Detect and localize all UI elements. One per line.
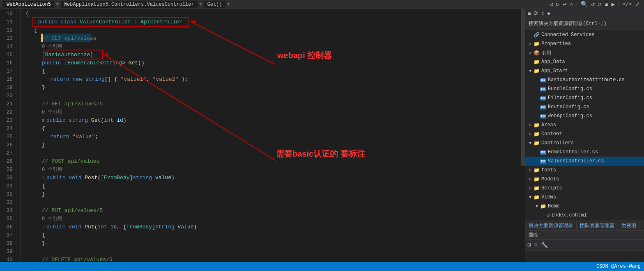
se-item-label: Index.cshtml [551, 212, 586, 218]
se-item-values-controller[interactable]: C#ValuesController.cs [525, 157, 644, 166]
se-item-label: App_Data [541, 59, 565, 65]
file-icon: C# [540, 77, 546, 83]
se-item-label: ValuesController.cs [548, 158, 604, 164]
file-icon: 📁 [534, 41, 540, 47]
code-line: ⊟public class ValuesController : ApiCont… [25, 18, 525, 26]
se-item-controllers[interactable]: ▼📁Controllers [525, 139, 644, 148]
code-lines[interactable]: {⊟public class ValuesController : ApiCon… [21, 9, 525, 271]
tb-play-icon[interactable]: ▶ [611, 0, 616, 9]
code-line: } [25, 190, 525, 198]
expand-icon[interactable]: ▼ [527, 69, 534, 73]
mini-scrollbar[interactable] [521, 9, 525, 271]
code-line: { [25, 125, 525, 133]
props-header: 属性 [525, 231, 644, 240]
se-item-label: WebApiConfig.cs [548, 113, 592, 119]
se-item-scripts[interactable]: ▷📁Scripts [525, 184, 644, 193]
se-item-label: RouteConfig.cs [548, 104, 589, 110]
file-icon: 📁 [534, 140, 540, 146]
tb-search-icon[interactable]: 🔍 [580, 0, 589, 9]
solution-explorer: ⊞ ⟳ ↕ ◈ 搜索解决方案资源管理器(Ctrl+;) 🔗Connected S… [525, 9, 644, 230]
breadcrumb-separator: ▼ [199, 1, 202, 7]
se-icon4[interactable]: ◈ [546, 9, 551, 18]
se-item-bundle-config[interactable]: C#BundleConfig.cs [525, 84, 644, 93]
se-bottom-tab[interactable]: 解决方案资源管理器 [525, 221, 577, 230]
ref-count-line: 0 个引用 [25, 215, 525, 223]
tb-forward-icon[interactable]: ▷ [555, 0, 560, 9]
file-icon: C# [540, 113, 546, 119]
code-line: // GET api/values/5 [25, 100, 525, 108]
se-bottom-tab[interactable]: 类视图 [618, 221, 640, 230]
expand-icon[interactable]: ▷ [527, 50, 534, 55]
title-separator: ▼ [56, 1, 59, 7]
se-icon2[interactable]: ⟳ [533, 9, 539, 18]
tb-refresh-icon[interactable]: ↺ [590, 0, 595, 9]
expand-icon[interactable]: ▼ [534, 204, 540, 209]
code-line: return "value"; [25, 133, 525, 141]
tb-undo-icon[interactable]: ↩ [562, 0, 567, 9]
collapse-toggle[interactable]: ⊟ [42, 118, 45, 123]
se-icon1[interactable]: ⊞ [527, 9, 532, 18]
se-search-bar[interactable]: 搜索解决方案资源管理器(Ctrl+;) [525, 18, 644, 30]
se-item-webapi-config[interactable]: C#WebApiConfig.cs [525, 112, 644, 121]
se-item-label: 引用 [541, 50, 551, 57]
se-item-route-config[interactable]: C#RouteConfig.cs [525, 102, 644, 112]
code-line: public IEnumerable<string> Get() [25, 59, 525, 67]
se-item-views[interactable]: ▼📁Views [525, 193, 644, 202]
se-item-home[interactable]: ▼📁Home [525, 202, 644, 211]
se-item-fonts[interactable]: ▷📁fonts [525, 166, 644, 175]
se-item-content[interactable]: ▷📁Content [525, 130, 644, 139]
se-item-label: Views [541, 194, 556, 200]
se-item-index-cshtml[interactable]: ◇Index.cshtml [525, 211, 644, 220]
expand-icon[interactable]: ▷ [527, 41, 534, 46]
se-item-properties[interactable]: ▷📁Properties [525, 39, 644, 48]
expand-icon[interactable]: ▷ [527, 168, 534, 173]
tb-connect-icon[interactable]: ⇄ [597, 0, 602, 9]
app-title[interactable]: WebApplication5 [3, 1, 54, 8]
code-line: // POST api/values [25, 157, 525, 166]
se-item-areas[interactable]: ▷📁Areas [525, 121, 644, 130]
props-toolbar: ⊞ ≡ 🔧 [525, 240, 644, 251]
tb-home-icon[interactable]: ⌂ [569, 0, 574, 9]
tb-expand-icon[interactable]: ⤢ [634, 0, 641, 9]
se-item-label: Scripts [541, 185, 562, 191]
file-icon: 📁 [540, 203, 546, 210]
file-icon: 🔗 [534, 32, 540, 38]
se-bottom-tab[interactable]: 团队资源管理器 [577, 221, 618, 230]
tb-back-icon[interactable]: ◁ [549, 0, 554, 9]
tb-code-icon[interactable]: </> [622, 1, 632, 8]
file-icon: C# [540, 158, 546, 164]
collapse-toggle[interactable]: ⊟ [42, 175, 45, 180]
expand-icon[interactable]: ▼ [527, 141, 534, 146]
code-editor[interactable]: 1011121314151617181920212223242526272829… [0, 9, 525, 271]
expand-icon[interactable]: ▷ [527, 132, 534, 137]
se-item-connected-services[interactable]: 🔗Connected Services [525, 30, 644, 39]
se-item-basic-authorize[interactable]: C#BasicAuthorizeAttribute.cs [525, 75, 644, 84]
se-item-label: Models [541, 176, 559, 182]
breadcrumb-method[interactable]: Get() [204, 1, 225, 8]
se-item-filter-config[interactable]: C#FilterConfig.cs [525, 93, 644, 102]
se-item-references[interactable]: ▷📦引用 [525, 48, 644, 57]
line-numbers: 1011121314151617181920212223242526272829… [0, 9, 21, 271]
expand-icon[interactable]: ▷ [527, 177, 534, 182]
breadcrumb-separator2: ▼ [227, 1, 230, 7]
se-item-label: Properties [541, 41, 571, 47]
tb-divider2: | [617, 2, 620, 7]
expand-icon[interactable]: ▼ [527, 195, 534, 200]
code-line: // GET api/values [25, 34, 525, 43]
file-icon: 📁 [534, 167, 540, 173]
se-icon3[interactable]: ↕ [540, 9, 545, 18]
props-icon1[interactable]: ⊞ [527, 241, 531, 249]
expand-icon[interactable]: ▷ [527, 186, 534, 191]
se-item-models[interactable]: ▷📁Models [525, 175, 644, 184]
tb-grid-icon[interactable]: ⊞ [604, 0, 609, 9]
props-icon2[interactable]: ≡ [533, 241, 538, 249]
collapse-toggle[interactable]: ⊟ [34, 20, 37, 25]
expand-icon[interactable]: ▷ [527, 123, 534, 128]
se-item-home-controller[interactable]: C#HomeController.cs [525, 148, 644, 157]
breadcrumb-controller[interactable]: WebApplication5.Controllers.ValuesContro… [61, 1, 198, 8]
se-item-app-data[interactable]: 📁App_Data [525, 57, 644, 66]
status-text: CSDN @Ares-Wang [596, 264, 641, 269]
se-item-app-start[interactable]: ▼📁App_Start [525, 66, 644, 75]
props-icon3[interactable]: 🔧 [540, 241, 549, 249]
collapse-toggle[interactable]: ⊟ [42, 225, 45, 230]
